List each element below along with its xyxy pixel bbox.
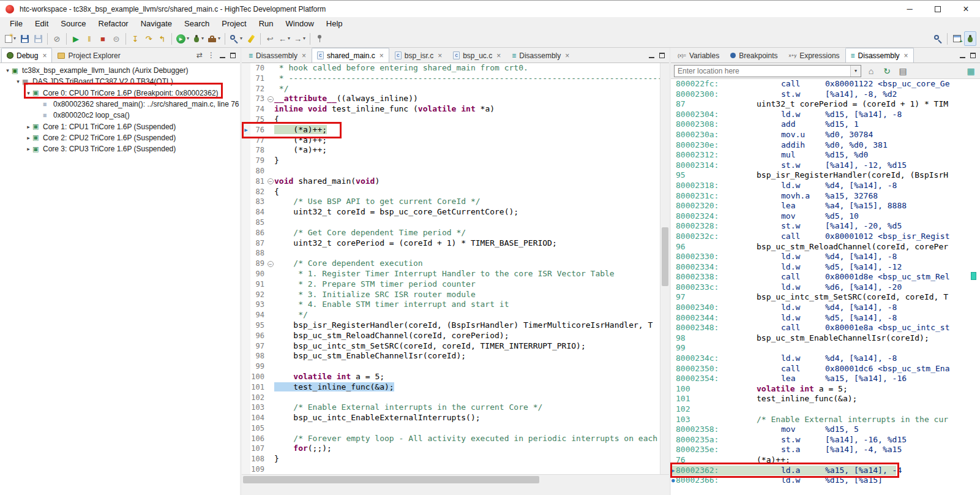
- close-icon[interactable]: ×: [496, 51, 501, 60]
- maximize-view-button[interactable]: [230, 53, 236, 58]
- pin-view-icon[interactable]: ▦: [965, 65, 977, 77]
- disassembly-instruction-row[interactable]: 80002330:ld.w%d4, [%a14], -8: [671, 252, 980, 262]
- debug-view-tab-debug[interactable]: Debug×: [1, 48, 52, 62]
- disassembly-instruction-row[interactable]: ▶80002362:ld.a%a15, [%a14], -4: [671, 466, 980, 476]
- menu-search[interactable]: Search: [178, 18, 215, 29]
- menu-project[interactable]: Project: [215, 18, 252, 29]
- view-tab-breakpoints[interactable]: Breakpoints: [725, 48, 783, 62]
- link-with-editor-icon[interactable]: ⇄: [196, 51, 203, 59]
- editor-vertical-scrollbar[interactable]: [660, 63, 669, 474]
- disassembly-instruction-row[interactable]: 8000232c:call0x80001012 <bsp_isr_Regist: [671, 232, 980, 242]
- menu-run[interactable]: Run: [253, 18, 280, 29]
- tree-expander-closed-icon[interactable]: ▸: [24, 135, 32, 141]
- disassembly-source-row[interactable]: 98bsp_uc_stm_EnableChannelIsr(coreId);: [671, 333, 980, 344]
- location-combo[interactable]: ▾: [674, 65, 861, 77]
- editor-tab-disassembly[interactable]: ≡Disassembly×: [506, 48, 575, 62]
- menu-navigate[interactable]: Navigate: [135, 18, 178, 29]
- disassembly-instruction-row[interactable]: 80002338:call0x80001d8e <bsp_uc_stm_Rel: [671, 272, 980, 282]
- tree-item-0x800020c2-loop-csa[interactable]: ≡0x800020c2 loop_csa(): [0, 110, 240, 121]
- disassembly-instruction-row[interactable]: 80002348:call0x80001e8a <bsp_uc_intc_st: [671, 323, 980, 333]
- menu-file[interactable]: File: [4, 18, 29, 29]
- menu-refactor[interactable]: Refactor: [92, 18, 135, 29]
- fold-marker-icon[interactable]: −: [266, 176, 274, 187]
- editor-tab-shared-main-c[interactable]: cshared_main.c×: [312, 48, 389, 62]
- vertical-scroll-thumb[interactable]: [662, 227, 668, 286]
- tree-expander-closed-icon[interactable]: ▸: [24, 146, 32, 152]
- tree-expander-open-icon[interactable]: ▾: [14, 78, 22, 85]
- code-editor[interactable]: 70 * hook called before entering shared_…: [242, 63, 669, 474]
- close-icon[interactable]: ×: [42, 51, 47, 60]
- editor-line[interactable]: 102: [242, 393, 669, 403]
- show-source-icon[interactable]: ▤: [897, 65, 909, 77]
- disconnect-button[interactable]: ⊝: [110, 31, 122, 46]
- disassembly-instruction-row[interactable]: 80002354:lea%a15, [%a14], -16: [671, 374, 980, 384]
- disassembly-instruction-row[interactable]: 80002344:ld.w%d5, [%a14], -8: [671, 313, 980, 323]
- location-input[interactable]: [675, 67, 850, 75]
- disassembly-instruction-row[interactable]: 8000230a:mov.u%d0, 30784: [671, 130, 980, 140]
- editor-line[interactable]: 80: [242, 166, 669, 176]
- editor-line[interactable]: 95 bsp_isr_RegisterHandler(coreId, (BspI…: [242, 320, 669, 331]
- disassembly-instruction-row[interactable]: 80002340:ld.w%d4, [%a14], -8: [671, 303, 980, 313]
- debug-view-tab-project-explorer[interactable]: Project Explorer: [52, 48, 125, 62]
- editor-line[interactable]: 86 /* Get Core dependent Time period */: [242, 228, 669, 238]
- editor-line[interactable]: 104 bsp_uc_intc_EnableExternalInterrupts…: [242, 413, 669, 423]
- external-tools-button[interactable]: ▾: [206, 31, 222, 46]
- view-tab-variables[interactable]: (x)=Variables: [672, 48, 725, 62]
- editor-line[interactable]: 103 /* Enable External interrupts in the…: [242, 402, 669, 413]
- editor-line[interactable]: 83 /* Use BSP API to get current CoreId …: [242, 197, 669, 207]
- editor-line[interactable]: 101 test_inline_func(&a);: [242, 382, 669, 393]
- fold-marker-icon[interactable]: −: [266, 94, 274, 104]
- back-button[interactable]: ←▾: [277, 31, 291, 46]
- editor-line[interactable]: 98 bsp_uc_stm_EnableChannelIsr(coreId);: [242, 351, 669, 361]
- view-tab-expressions[interactable]: x+yExpressions: [784, 48, 845, 62]
- editor-tab-disassembly[interactable]: ≡Disassembly×: [243, 48, 312, 62]
- minimize-editor-button[interactable]: [649, 53, 654, 58]
- close-icon[interactable]: ×: [904, 51, 908, 60]
- disassembly-source-row[interactable]: 103/* Enable External interrupts in the …: [671, 415, 980, 425]
- skip-all-breakpoints-button[interactable]: ⊘: [51, 31, 63, 46]
- editor-line[interactable]: 72 */: [242, 84, 669, 94]
- save-button[interactable]: [18, 31, 31, 46]
- disassembly-instruction-row[interactable]: 8000235e:st.a[%a14], -4, %a15: [671, 445, 980, 455]
- editor-line[interactable]: 89− /* Core dependent execution: [242, 259, 669, 269]
- disassembly-instruction-row[interactable]: 8000233c:ld.w%d6, [%a14], -20: [671, 282, 980, 293]
- editor-line[interactable]: 106 /* Forever empty loop - All activity…: [242, 434, 669, 444]
- tree-expander-open-icon[interactable]: ▾: [24, 90, 32, 96]
- home-icon[interactable]: ⌂: [865, 65, 877, 77]
- editor-line[interactable]: 87 uint32_t corePeriod = (coreId + 1) * …: [242, 238, 669, 249]
- maximize-editor-button[interactable]: [659, 53, 665, 58]
- last-edit-location-button[interactable]: ↩: [264, 31, 276, 46]
- editor-line[interactable]: 92 * 3. Initialize SRC ISR router module: [242, 290, 669, 300]
- editor-line[interactable]: ▶76 (*a)++;: [242, 125, 669, 135]
- editor-line[interactable]: 107 for(;;);: [242, 444, 669, 454]
- tree-expander-open-icon[interactable]: ▾: [4, 67, 12, 74]
- perspective-debug-button[interactable]: [964, 31, 976, 46]
- editor-line[interactable]: 97 bsp_uc_intc_stm_SetSRC(coreId, coreId…: [242, 341, 669, 352]
- run-button[interactable]: ▶▾: [175, 31, 190, 46]
- tree-item-core-2-cpu2-tricore-1-6[interactable]: ▸▣Core 2: CPU2 TriCore 1.6P (Suspended): [0, 132, 240, 143]
- open-element-button[interactable]: ▾: [228, 31, 244, 46]
- close-icon[interactable]: ×: [302, 51, 306, 60]
- search-button[interactable]: [932, 31, 944, 46]
- close-icon[interactable]: ×: [565, 51, 569, 60]
- editor-line[interactable]: 84 uint32_t coreId = bsp_uc_core_GetCurr…: [242, 207, 669, 217]
- editor-line[interactable]: 77 (*a)++;: [242, 135, 669, 146]
- editor-line[interactable]: 81−void shared_main(void): [242, 176, 669, 187]
- debug-tree[interactable]: ▾▣tc38x_bsp_example_llvm_launch (Aurix D…: [0, 63, 240, 495]
- disassembly-instruction-row[interactable]: 80002350:call0x80001dc6 <bsp_uc_stm_Ena: [671, 364, 980, 374]
- menu-edit[interactable]: Edit: [29, 18, 54, 29]
- editor-line[interactable]: 93 * 4. Enable STM timer interrupt and s…: [242, 300, 669, 310]
- disassembly-instruction-row[interactable]: 8000235a:st.w[%a14], -16, %d15: [671, 435, 980, 445]
- editor-line[interactable]: 94 */: [242, 310, 669, 320]
- fold-marker-icon[interactable]: −: [266, 259, 274, 269]
- editor-line[interactable]: 71 * -----------------------------------…: [242, 74, 669, 84]
- dropdown-arrow-icon[interactable]: ▾: [201, 36, 204, 41]
- editor-line[interactable]: 88: [242, 248, 669, 259]
- disassembly-instruction-row[interactable]: 80002304:ld.w%d15, [%a14], -8: [671, 110, 980, 120]
- tree-item-core-1-cpu1-tricore-1-6[interactable]: ▸▣Core 1: CPU1 TriCore 1.6P (Suspended): [0, 121, 240, 132]
- disassembly-source-row[interactable]: 99: [671, 343, 980, 353]
- dropdown-arrow-icon[interactable]: ▾: [303, 36, 305, 41]
- menu-window[interactable]: Window: [280, 18, 320, 29]
- disassembly-instruction-row[interactable]: 80002320:lea%a4, [%a15], 8888: [671, 201, 980, 211]
- disassembly-instruction-row[interactable]: 8000230e:addih%d0, %d0, 381: [671, 140, 980, 151]
